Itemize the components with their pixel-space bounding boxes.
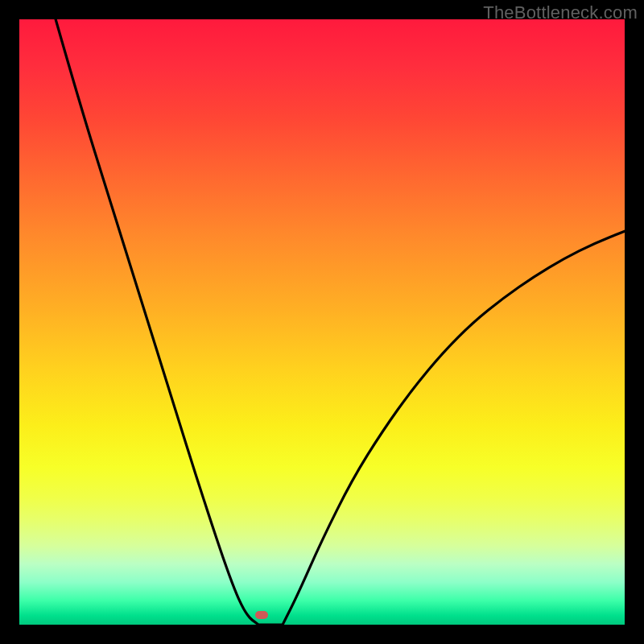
- attribution-text: TheBottleneck.com: [483, 2, 638, 23]
- bottleneck-curve: [19, 19, 625, 625]
- optimal-point-marker: [255, 611, 268, 619]
- curve-path: [56, 19, 625, 625]
